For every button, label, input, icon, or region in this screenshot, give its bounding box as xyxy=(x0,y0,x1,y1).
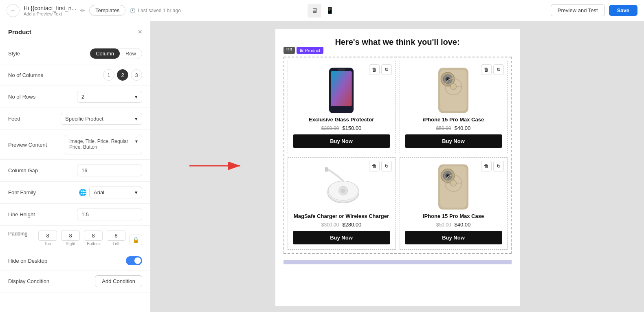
delete-product-3-button[interactable]: 🗑 xyxy=(369,161,380,171)
padding-top-label: Top xyxy=(44,242,51,246)
product-3-buy-button[interactable]: Buy Now xyxy=(293,231,390,244)
padding-bottom-input[interactable] xyxy=(84,231,103,241)
columns-field: No of Columns 1 2 3 xyxy=(0,64,150,86)
product-card: 🗑 ↻ xyxy=(288,61,396,153)
column-style-button[interactable]: Column xyxy=(90,48,120,59)
padding-left-wrap: Left xyxy=(107,231,125,246)
svg-point-26 xyxy=(447,175,448,176)
main-content: Product × Style Column Row No of Columns… xyxy=(0,21,644,312)
edit-icon[interactable]: ✏ xyxy=(80,7,85,14)
hide-desktop-label: Hide on Desktop xyxy=(8,258,47,264)
preview-content-label: Preview Content xyxy=(8,142,47,148)
padding-top-input[interactable] xyxy=(38,231,57,241)
product-2-name: iPhone 15 Pro Max Case xyxy=(423,116,484,123)
email-title: Hi {{contact_first_n... xyxy=(24,5,76,11)
refresh-product-1-button[interactable]: ↻ xyxy=(381,64,392,75)
hide-desktop-toggle[interactable] xyxy=(126,256,142,265)
columns-selector: 1 2 3 xyxy=(103,69,142,81)
display-condition-field: Display Condition Add Condition xyxy=(0,270,150,292)
product-4-buy-button[interactable]: Buy Now xyxy=(405,231,502,244)
product-2-buy-button[interactable]: Buy Now xyxy=(405,134,502,148)
device-switcher: 🖥 📱 xyxy=(308,4,337,18)
chevron-down-icon: ▾ xyxy=(135,94,138,100)
preview-content-select[interactable]: Image, Title, Price, Regular Price, Butt… xyxy=(65,135,142,154)
delete-product-4-button[interactable]: 🗑 xyxy=(481,161,492,171)
padding-right-input[interactable] xyxy=(61,231,80,241)
font-family-label: Font Family xyxy=(8,189,36,196)
style-label: Style xyxy=(8,51,20,57)
chevron-down-icon: ▾ xyxy=(135,138,138,144)
style-field: Style Column Row xyxy=(0,43,150,64)
product-2-image xyxy=(435,66,472,115)
padding-left-label: Left xyxy=(113,242,120,246)
feed-field: Feed Specific Product ▾ xyxy=(0,108,150,130)
line-height-input[interactable] xyxy=(77,209,142,220)
product-4-old-price: $50.00 xyxy=(436,222,451,228)
feed-select[interactable]: Specific Product ▾ xyxy=(61,113,142,125)
email-subtitle: Add a Preview Text xyxy=(24,11,76,16)
padding-bottom-wrap: Bottom xyxy=(84,231,103,246)
preview-content-field: Preview Content Image, Title, Price, Reg… xyxy=(0,130,150,160)
email-canvas: Here's what we think you'll love: ⠿⠿ ⊞ P… xyxy=(275,29,520,306)
product-1-new-price: $150.00 xyxy=(342,125,361,131)
padding-right-label: Right xyxy=(66,242,75,246)
canvas-heading: Here's what we think you'll love: xyxy=(284,37,512,47)
refresh-product-3-button[interactable]: ↻ xyxy=(381,161,392,171)
product-1-name: Exclusive Glass Protector xyxy=(309,116,374,123)
svg-rect-4 xyxy=(331,71,352,106)
line-height-label: Line Height xyxy=(8,211,35,218)
rows-field: No of Rows 2 ▾ xyxy=(0,86,150,108)
column-gap-input[interactable] xyxy=(77,165,142,176)
product-4-prices: $50.00 $40.00 xyxy=(436,222,470,228)
svg-point-14 xyxy=(451,83,457,90)
drag-handle[interactable]: ⠿⠿ xyxy=(284,47,295,54)
product-4-name: iPhone 15 Pro Max Case xyxy=(423,213,484,219)
mobile-view-button[interactable]: 📱 xyxy=(323,4,337,18)
clock-icon: 🕐 xyxy=(130,8,136,13)
delete-product-1-button[interactable]: 🗑 xyxy=(369,64,380,75)
product-1-buy-button[interactable]: Buy Now xyxy=(293,134,390,148)
email-info: Hi {{contact_first_n... Add a Preview Te… xyxy=(24,5,76,16)
card-actions: 🗑 ↻ xyxy=(369,64,392,75)
topbar-right: Preview and Test Save xyxy=(342,4,638,16)
font-family-row: 🌐 Arial ▾ xyxy=(79,187,142,198)
product-card: 🗑 ↻ xyxy=(400,61,508,153)
svg-point-19 xyxy=(341,189,345,193)
padding-lock-button[interactable]: 🔒 xyxy=(130,235,142,245)
svg-point-11 xyxy=(447,78,448,80)
desktop-view-button[interactable]: 🖥 xyxy=(308,4,321,18)
refresh-product-2-button[interactable]: ↻ xyxy=(493,64,504,75)
add-condition-button[interactable]: Add Condition xyxy=(95,275,142,287)
save-button[interactable]: Save xyxy=(609,5,637,16)
block-labels: ⠿⠿ ⊞ Product xyxy=(284,47,324,54)
product-block-wrapper: ⠿⠿ ⊞ Product 🗑 ↻ xyxy=(284,57,512,254)
rows-select[interactable]: 2 ▾ xyxy=(77,91,142,103)
columns-3-button[interactable]: 3 xyxy=(131,69,142,81)
columns-2-button[interactable]: 2 xyxy=(117,69,128,81)
padding-bottom-label: Bottom xyxy=(87,242,100,246)
columns-1-button[interactable]: 1 xyxy=(103,69,114,81)
row-style-button[interactable]: Row xyxy=(120,48,142,59)
padding-left-input[interactable] xyxy=(107,231,125,241)
refresh-product-4-button[interactable]: ↻ xyxy=(493,161,504,171)
font-select[interactable]: Arial ▾ xyxy=(89,187,142,198)
product-2-new-price: $40.00 xyxy=(454,125,470,131)
panel-header: Product × xyxy=(0,21,150,43)
product-tag[interactable]: ⊞ Product xyxy=(297,47,324,54)
back-button[interactable]: ← xyxy=(7,4,20,17)
product-3-prices: $300.00 $280.00 xyxy=(321,222,361,228)
svg-rect-20 xyxy=(325,167,328,171)
chevron-down-icon: ▾ xyxy=(135,116,138,122)
templates-button[interactable]: Templates xyxy=(89,5,125,16)
product-2-old-price: $50.00 xyxy=(436,125,451,131)
close-panel-button[interactable]: × xyxy=(138,28,142,36)
arrow-indicator xyxy=(189,158,246,176)
email-footer-bar xyxy=(284,260,512,264)
column-gap-field: Column Gap xyxy=(0,160,150,182)
preview-and-test-button[interactable]: Preview and Test xyxy=(551,4,605,16)
padding-top-wrap: Top xyxy=(38,231,57,246)
columns-label: No of Columns xyxy=(8,72,43,78)
delete-product-2-button[interactable]: 🗑 xyxy=(481,64,492,75)
style-toggle: Column Row xyxy=(90,48,142,59)
product-4-new-price: $40.00 xyxy=(454,222,470,228)
